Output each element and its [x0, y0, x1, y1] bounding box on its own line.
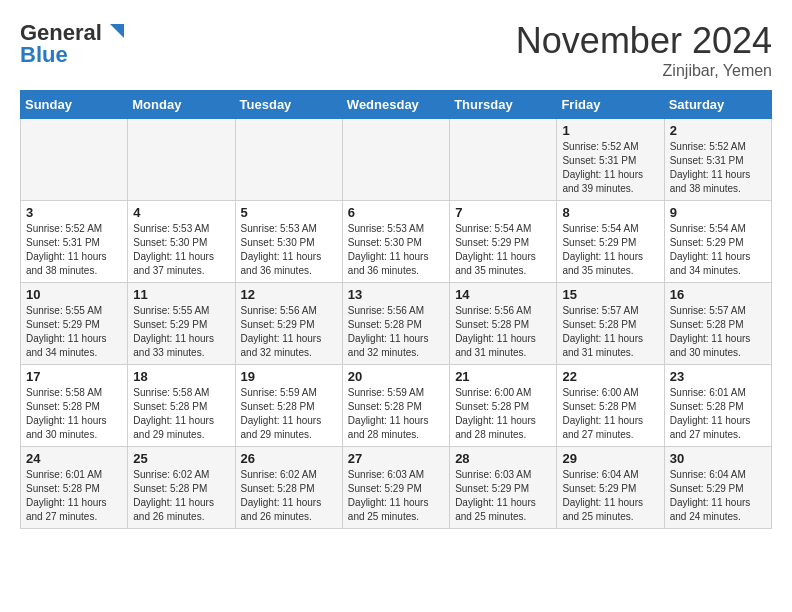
day-info: Sunrise: 6:00 AM Sunset: 5:28 PM Dayligh…: [562, 386, 658, 442]
day-number: 11: [133, 287, 229, 302]
day-number: 27: [348, 451, 444, 466]
calendar-cell: 7Sunrise: 5:54 AM Sunset: 5:29 PM Daylig…: [450, 201, 557, 283]
calendar-cell: [128, 119, 235, 201]
day-info: Sunrise: 5:53 AM Sunset: 5:30 PM Dayligh…: [133, 222, 229, 278]
day-info: Sunrise: 6:01 AM Sunset: 5:28 PM Dayligh…: [670, 386, 766, 442]
day-number: 24: [26, 451, 122, 466]
weekday-header-thursday: Thursday: [450, 91, 557, 119]
day-number: 9: [670, 205, 766, 220]
day-info: Sunrise: 5:53 AM Sunset: 5:30 PM Dayligh…: [241, 222, 337, 278]
day-number: 10: [26, 287, 122, 302]
day-number: 21: [455, 369, 551, 384]
week-row-4: 17Sunrise: 5:58 AM Sunset: 5:28 PM Dayli…: [21, 365, 772, 447]
day-info: Sunrise: 6:03 AM Sunset: 5:29 PM Dayligh…: [455, 468, 551, 524]
calendar-cell: 23Sunrise: 6:01 AM Sunset: 5:28 PM Dayli…: [664, 365, 771, 447]
day-info: Sunrise: 5:57 AM Sunset: 5:28 PM Dayligh…: [670, 304, 766, 360]
day-number: 15: [562, 287, 658, 302]
week-row-1: 1Sunrise: 5:52 AM Sunset: 5:31 PM Daylig…: [21, 119, 772, 201]
day-number: 22: [562, 369, 658, 384]
day-number: 28: [455, 451, 551, 466]
week-row-2: 3Sunrise: 5:52 AM Sunset: 5:31 PM Daylig…: [21, 201, 772, 283]
calendar-cell: 13Sunrise: 5:56 AM Sunset: 5:28 PM Dayli…: [342, 283, 449, 365]
day-number: 30: [670, 451, 766, 466]
day-info: Sunrise: 5:52 AM Sunset: 5:31 PM Dayligh…: [670, 140, 766, 196]
calendar-cell: 11Sunrise: 5:55 AM Sunset: 5:29 PM Dayli…: [128, 283, 235, 365]
calendar-cell: 17Sunrise: 5:58 AM Sunset: 5:28 PM Dayli…: [21, 365, 128, 447]
day-info: Sunrise: 6:01 AM Sunset: 5:28 PM Dayligh…: [26, 468, 122, 524]
calendar: SundayMondayTuesdayWednesdayThursdayFrid…: [20, 90, 772, 529]
weekday-header-saturday: Saturday: [664, 91, 771, 119]
weekday-header-tuesday: Tuesday: [235, 91, 342, 119]
day-info: Sunrise: 5:54 AM Sunset: 5:29 PM Dayligh…: [670, 222, 766, 278]
calendar-cell: 22Sunrise: 6:00 AM Sunset: 5:28 PM Dayli…: [557, 365, 664, 447]
weekday-header-wednesday: Wednesday: [342, 91, 449, 119]
weekday-header-sunday: Sunday: [21, 91, 128, 119]
day-number: 4: [133, 205, 229, 220]
calendar-cell: 27Sunrise: 6:03 AM Sunset: 5:29 PM Dayli…: [342, 447, 449, 529]
day-info: Sunrise: 5:59 AM Sunset: 5:28 PM Dayligh…: [241, 386, 337, 442]
calendar-cell: [450, 119, 557, 201]
day-info: Sunrise: 5:59 AM Sunset: 5:28 PM Dayligh…: [348, 386, 444, 442]
calendar-cell: 14Sunrise: 5:56 AM Sunset: 5:28 PM Dayli…: [450, 283, 557, 365]
logo-blue: Blue: [20, 42, 68, 68]
calendar-cell: 5Sunrise: 5:53 AM Sunset: 5:30 PM Daylig…: [235, 201, 342, 283]
day-info: Sunrise: 6:02 AM Sunset: 5:28 PM Dayligh…: [133, 468, 229, 524]
page: General Blue November 2024 Zinjibar, Yem…: [0, 0, 792, 539]
title-block: November 2024 Zinjibar, Yemen: [516, 20, 772, 80]
day-number: 6: [348, 205, 444, 220]
day-info: Sunrise: 5:55 AM Sunset: 5:29 PM Dayligh…: [26, 304, 122, 360]
day-number: 12: [241, 287, 337, 302]
calendar-cell: 9Sunrise: 5:54 AM Sunset: 5:29 PM Daylig…: [664, 201, 771, 283]
day-info: Sunrise: 5:56 AM Sunset: 5:29 PM Dayligh…: [241, 304, 337, 360]
calendar-cell: 25Sunrise: 6:02 AM Sunset: 5:28 PM Dayli…: [128, 447, 235, 529]
calendar-cell: 18Sunrise: 5:58 AM Sunset: 5:28 PM Dayli…: [128, 365, 235, 447]
day-number: 2: [670, 123, 766, 138]
calendar-cell: 26Sunrise: 6:02 AM Sunset: 5:28 PM Dayli…: [235, 447, 342, 529]
weekday-header-monday: Monday: [128, 91, 235, 119]
day-info: Sunrise: 5:58 AM Sunset: 5:28 PM Dayligh…: [133, 386, 229, 442]
calendar-cell: 1Sunrise: 5:52 AM Sunset: 5:31 PM Daylig…: [557, 119, 664, 201]
day-number: 29: [562, 451, 658, 466]
weekday-header-friday: Friday: [557, 91, 664, 119]
location: Zinjibar, Yemen: [516, 62, 772, 80]
month-title: November 2024: [516, 20, 772, 62]
day-number: 25: [133, 451, 229, 466]
calendar-cell: 15Sunrise: 5:57 AM Sunset: 5:28 PM Dayli…: [557, 283, 664, 365]
calendar-cell: [21, 119, 128, 201]
calendar-cell: 6Sunrise: 5:53 AM Sunset: 5:30 PM Daylig…: [342, 201, 449, 283]
day-info: Sunrise: 5:54 AM Sunset: 5:29 PM Dayligh…: [562, 222, 658, 278]
calendar-cell: 16Sunrise: 5:57 AM Sunset: 5:28 PM Dayli…: [664, 283, 771, 365]
day-info: Sunrise: 5:58 AM Sunset: 5:28 PM Dayligh…: [26, 386, 122, 442]
header: General Blue November 2024 Zinjibar, Yem…: [20, 20, 772, 80]
calendar-cell: [342, 119, 449, 201]
day-number: 8: [562, 205, 658, 220]
day-info: Sunrise: 6:04 AM Sunset: 5:29 PM Dayligh…: [562, 468, 658, 524]
calendar-cell: 30Sunrise: 6:04 AM Sunset: 5:29 PM Dayli…: [664, 447, 771, 529]
day-info: Sunrise: 6:03 AM Sunset: 5:29 PM Dayligh…: [348, 468, 444, 524]
logo-triangle-icon: [104, 20, 126, 42]
svg-marker-0: [110, 24, 124, 38]
day-number: 26: [241, 451, 337, 466]
calendar-cell: 24Sunrise: 6:01 AM Sunset: 5:28 PM Dayli…: [21, 447, 128, 529]
day-number: 7: [455, 205, 551, 220]
day-info: Sunrise: 5:55 AM Sunset: 5:29 PM Dayligh…: [133, 304, 229, 360]
day-number: 16: [670, 287, 766, 302]
day-number: 5: [241, 205, 337, 220]
day-number: 20: [348, 369, 444, 384]
day-info: Sunrise: 5:52 AM Sunset: 5:31 PM Dayligh…: [562, 140, 658, 196]
day-number: 19: [241, 369, 337, 384]
day-number: 3: [26, 205, 122, 220]
calendar-cell: 2Sunrise: 5:52 AM Sunset: 5:31 PM Daylig…: [664, 119, 771, 201]
day-info: Sunrise: 6:00 AM Sunset: 5:28 PM Dayligh…: [455, 386, 551, 442]
calendar-cell: 10Sunrise: 5:55 AM Sunset: 5:29 PM Dayli…: [21, 283, 128, 365]
calendar-cell: [235, 119, 342, 201]
calendar-cell: 19Sunrise: 5:59 AM Sunset: 5:28 PM Dayli…: [235, 365, 342, 447]
logo: General Blue: [20, 20, 126, 68]
day-number: 18: [133, 369, 229, 384]
calendar-cell: 20Sunrise: 5:59 AM Sunset: 5:28 PM Dayli…: [342, 365, 449, 447]
day-number: 13: [348, 287, 444, 302]
day-info: Sunrise: 5:56 AM Sunset: 5:28 PM Dayligh…: [455, 304, 551, 360]
day-info: Sunrise: 5:54 AM Sunset: 5:29 PM Dayligh…: [455, 222, 551, 278]
calendar-cell: 29Sunrise: 6:04 AM Sunset: 5:29 PM Dayli…: [557, 447, 664, 529]
day-info: Sunrise: 5:56 AM Sunset: 5:28 PM Dayligh…: [348, 304, 444, 360]
